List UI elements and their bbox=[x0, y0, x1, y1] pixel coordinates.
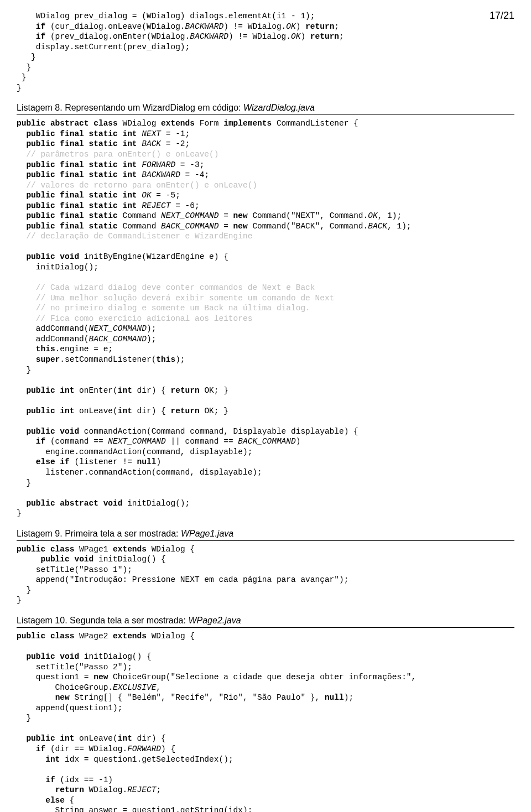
divider bbox=[17, 114, 514, 115]
listing-9-title: Listagem 9. Primeira tela a ser mostrada… bbox=[17, 529, 514, 539]
listing-9-title-text: Listagem 9. Primeira tela a ser mostrada… bbox=[17, 529, 181, 538]
divider bbox=[17, 627, 514, 628]
listing-8-code: public abstract class WDialog extends Fo… bbox=[17, 118, 514, 518]
page-container: 17/21 WDialog prev_dialog = (WDialog) di… bbox=[0, 0, 531, 812]
listing-10-code: public class WPage2 extends WDialog { pu… bbox=[17, 631, 514, 812]
listing-8-title-text: Listagem 8. Representando um WizardDialo… bbox=[17, 103, 243, 112]
listing-10-title-text: Listagem 10. Segunda tela a ser mostrada… bbox=[17, 616, 188, 625]
listing-9-title-file: WPage1.java bbox=[181, 529, 233, 538]
listing-8-title-file: WizardDialog.java bbox=[243, 103, 315, 112]
listing-8-title: Listagem 8. Representando um WizardDialo… bbox=[17, 103, 514, 113]
listing-10-title: Listagem 10. Segunda tela a ser mostrada… bbox=[17, 616, 514, 626]
listing-9-code: public class WPage1 extends WDialog { pu… bbox=[17, 544, 514, 606]
page-number: 17/21 bbox=[490, 10, 514, 22]
code-snippet-top: WDialog prev_dialog = (WDialog) dialogs.… bbox=[17, 11, 514, 93]
listing-10-title-file: WPage2.java bbox=[188, 616, 241, 625]
divider bbox=[17, 540, 514, 541]
